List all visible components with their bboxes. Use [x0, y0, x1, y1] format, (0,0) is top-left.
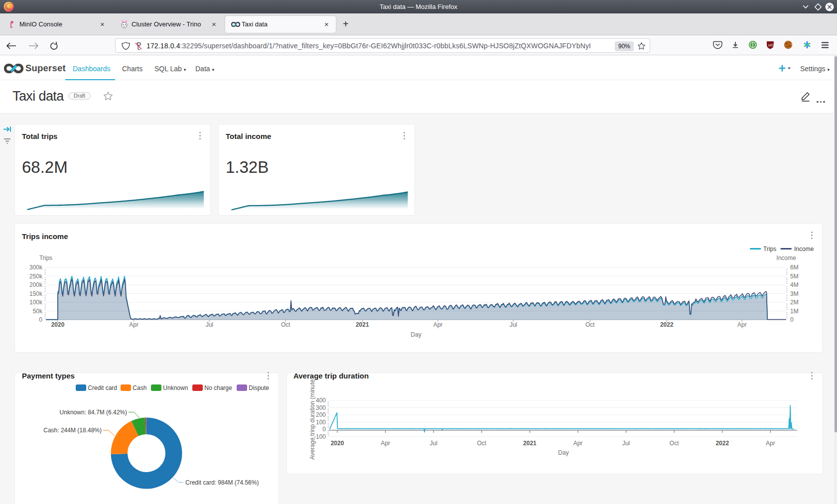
svg-text:uO: uO	[768, 43, 774, 47]
